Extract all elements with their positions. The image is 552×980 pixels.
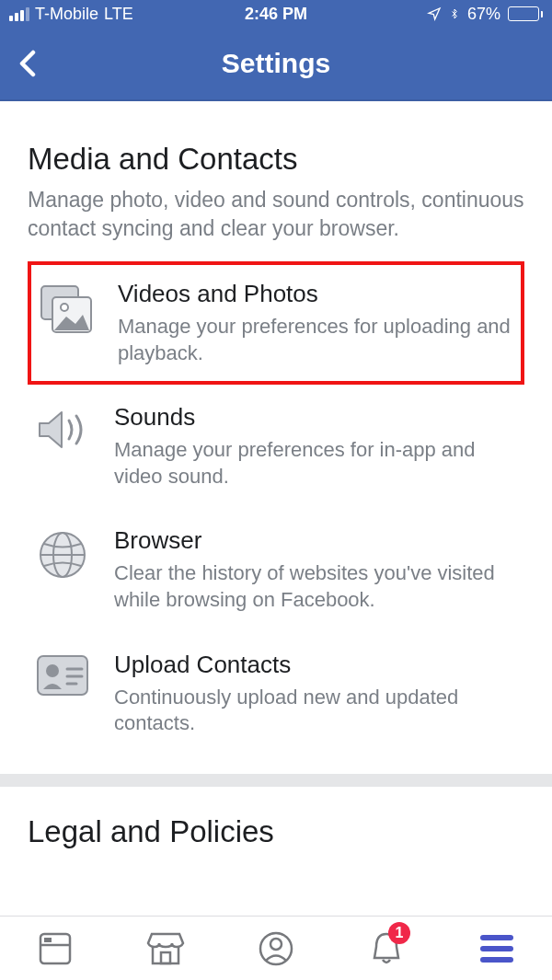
tab-news-feed[interactable]	[28, 926, 83, 972]
row-desc: Continuously upload new and updated cont…	[114, 685, 517, 737]
row-title: Browser	[114, 526, 517, 555]
tab-menu[interactable]	[469, 926, 524, 972]
svg-rect-13	[44, 938, 52, 942]
status-right: 67%	[307, 5, 543, 24]
chevron-left-icon	[18, 50, 37, 77]
location-icon	[427, 6, 442, 21]
nav-bar: Settings	[0, 28, 552, 101]
content: Media and Contacts Manage photo, video a…	[0, 101, 552, 916]
section-title-legal: Legal and Policies	[28, 814, 524, 849]
row-title: Videos and Photos	[118, 280, 513, 308]
status-time: 2:46 PM	[245, 5, 307, 24]
contact-card-icon	[35, 654, 90, 697]
row-title: Upload Contacts	[114, 651, 517, 679]
bluetooth-icon	[449, 6, 460, 22]
tab-bar: 1	[0, 916, 552, 980]
carrier-label: T-Mobile	[35, 5, 98, 24]
section-desc-media: Manage photo, video and sound controls, …	[28, 186, 524, 243]
row-sounds[interactable]: Sounds Manage your preferences for in-ap…	[28, 385, 524, 508]
news-feed-icon	[37, 930, 74, 967]
hamburger-icon	[480, 935, 513, 963]
svg-point-2	[61, 304, 68, 311]
battery-pct-label: 67%	[467, 5, 500, 24]
tab-marketplace[interactable]	[138, 926, 193, 972]
network-label: LTE	[104, 5, 133, 24]
svg-point-16	[270, 939, 282, 950]
section-title-media: Media and Contacts	[28, 142, 524, 177]
row-upload-contacts[interactable]: Upload Contacts Continuously upload new …	[28, 632, 524, 755]
tab-profile[interactable]	[248, 926, 304, 972]
status-left: T-Mobile LTE	[9, 5, 245, 24]
profile-icon	[258, 930, 294, 967]
row-desc: Manage your preferences for in-app and v…	[114, 437, 517, 490]
row-desc: Clear the history of websites you've vis…	[114, 560, 517, 613]
signal-icon	[9, 7, 29, 21]
page-title: Settings	[0, 48, 552, 79]
row-desc: Manage your preferences for uploading an…	[118, 314, 513, 366]
svg-rect-14	[161, 952, 170, 963]
svg-point-7	[46, 664, 59, 677]
row-videos-photos[interactable]: Videos and Photos Manage your preference…	[28, 261, 524, 385]
photos-icon	[39, 283, 94, 335]
section-divider	[0, 774, 552, 787]
row-browser[interactable]: Browser Clear the history of websites yo…	[28, 508, 524, 631]
globe-icon	[35, 530, 90, 580]
row-title: Sounds	[114, 403, 517, 432]
back-button[interactable]	[0, 28, 55, 99]
notification-badge: 1	[388, 922, 410, 944]
sound-icon	[35, 407, 90, 453]
battery-icon	[508, 6, 543, 21]
marketplace-icon	[146, 930, 185, 967]
status-bar: T-Mobile LTE 2:46 PM 67%	[0, 0, 552, 28]
tab-notifications[interactable]: 1	[359, 926, 414, 972]
